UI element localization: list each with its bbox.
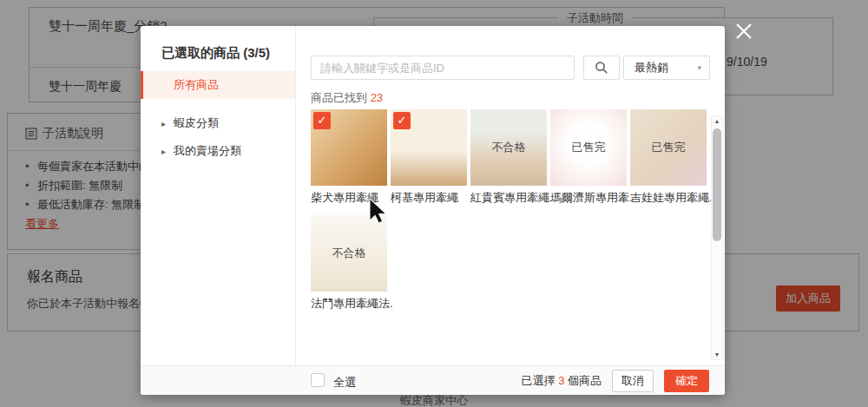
sidebar-item-all-products[interactable]: 所有商品 — [141, 71, 295, 99]
results-count: 23 — [371, 91, 383, 104]
maltese-dog-photo: 已售完 — [550, 109, 627, 186]
sort-selected-value: 最熱銷 — [635, 60, 668, 75]
shiba-dog-photo: ✓ — [311, 109, 387, 186]
product-card: 已售完 吉娃娃專用牽繩... — [630, 109, 707, 205]
search-icon — [595, 61, 608, 75]
product-card[interactable]: ✓ 柴犬專用牽繩 — [311, 109, 387, 205]
caret-right-icon: ▸ — [161, 147, 166, 156]
scroll-down-icon[interactable]: ▼ — [712, 351, 722, 358]
category-sidebar: 已選取的商品 (3/5) 所有商品 ▸ 蝦皮分類 ▸ 我的賣場分類 — [141, 26, 296, 395]
close-icon[interactable] — [732, 20, 756, 44]
product-name: 柴犬專用牽繩 — [311, 190, 393, 205]
scroll-up-icon[interactable]: ▲ — [712, 118, 722, 124]
modal-title: 已選取的商品 (3/5) — [161, 45, 270, 62]
chihuahua-dog-photo: 已售完 — [630, 109, 707, 186]
checked-checkbox-icon[interactable]: ✓ — [313, 112, 331, 129]
corgi-dog-photo: ✓ — [391, 109, 467, 186]
scrollbar[interactable]: ▲ ▼ — [711, 115, 723, 360]
status-badge: 已售完 — [630, 109, 707, 186]
checked-checkbox-icon[interactable]: ✓ — [393, 112, 411, 129]
product-card: 不合格 法鬥專用牽繩法... — [311, 215, 387, 311]
product-name: 紅貴賓專用牽繩... — [470, 190, 553, 205]
product-card: 已售完 瑪爾濟斯專用牽... — [550, 109, 627, 205]
product-search-input[interactable] — [311, 56, 575, 80]
product-card[interactable]: ✓ 柯基專用牽繩 — [391, 109, 467, 205]
product-picker-modal: 已選取的商品 (3/5) 所有商品 ▸ 蝦皮分類 ▸ 我的賣場分類 最熱銷 ▾ … — [141, 26, 725, 395]
poodle-dog-photo: 不合格 — [470, 109, 547, 186]
caret-right-icon: ▸ — [161, 119, 166, 128]
select-all-checkbox[interactable] — [311, 373, 325, 387]
sort-dropdown[interactable]: 最熱銷 ▾ — [623, 56, 710, 80]
status-badge: 已售完 — [550, 109, 627, 186]
product-name: 瑪爾濟斯專用牽... — [550, 190, 633, 205]
product-name: 柯基專用牽繩 — [391, 190, 473, 205]
sidebar-item-my-shop-categories[interactable]: ▸ 我的賣場分類 — [141, 137, 295, 165]
product-grid: ✓ 柴犬專用牽繩 ✓ 柯基專用牽繩 不合格 紅貴賓專用牽繩... 已售完 瑪爾濟… — [311, 109, 710, 321]
confirm-button[interactable]: 確定 — [664, 370, 709, 392]
selected-count-text: 已選擇 3 個商品 — [522, 373, 602, 389]
search-button[interactable] — [583, 56, 620, 80]
cancel-button[interactable]: 取消 — [612, 370, 654, 392]
modal-footer: 全選 已選擇 3 個商品 取消 確定 — [141, 365, 725, 395]
french-bulldog-photo: 不合格 — [311, 215, 387, 292]
select-all-label: 全選 — [333, 375, 356, 391]
chevron-down-icon: ▾ — [697, 63, 701, 72]
status-badge: 不合格 — [311, 215, 387, 292]
product-card: 不合格 紅貴賓專用牽繩... — [470, 109, 547, 205]
product-name: 法鬥專用牽繩法... — [311, 296, 393, 311]
status-badge: 不合格 — [470, 109, 547, 186]
results-count-text: 商品已找到 23 — [311, 90, 383, 106]
sidebar-item-shopee-categories[interactable]: ▸ 蝦皮分類 — [141, 109, 295, 137]
scrollbar-thumb[interactable] — [713, 128, 721, 241]
product-name: 吉娃娃專用牽繩... — [630, 190, 713, 205]
